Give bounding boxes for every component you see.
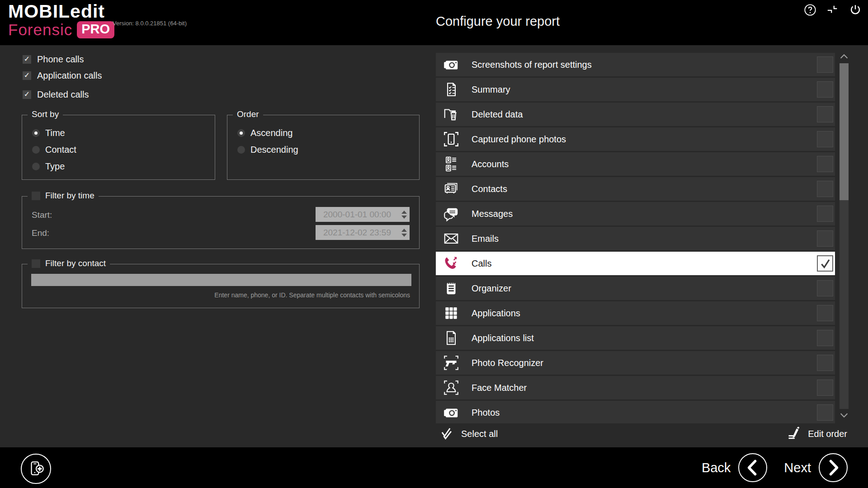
report-section-checkbox[interactable] xyxy=(817,206,833,222)
sort-time-radio[interactable] xyxy=(32,129,40,137)
next-label: Next xyxy=(784,460,811,475)
start-label: Start: xyxy=(32,210,52,220)
summary-report-icon xyxy=(443,81,460,98)
report-section-checkbox[interactable] xyxy=(817,255,833,272)
end-datetime-input[interactable]: 2021-12-02 23:59 xyxy=(316,225,410,240)
report-section-row[interactable]: Emails xyxy=(436,227,835,250)
order-descending-label: Descending xyxy=(250,145,298,155)
start-datetime-spinner[interactable] xyxy=(399,207,410,222)
filter-by-contact-legend: Filter by contact xyxy=(45,258,106,268)
report-section-checkbox[interactable] xyxy=(817,56,833,73)
report-section-row[interactable]: Deleted data xyxy=(436,103,835,126)
dock-window-icon[interactable] xyxy=(826,4,839,16)
power-icon[interactable] xyxy=(849,4,862,16)
report-section-checkbox[interactable] xyxy=(817,230,833,247)
sort-contact-label: Contact xyxy=(45,145,76,155)
logo-pro-badge: PRO xyxy=(77,21,114,39)
next-button[interactable] xyxy=(818,453,848,483)
report-section-row[interactable]: Contacts xyxy=(436,177,835,201)
report-section-label: Photos xyxy=(472,408,500,418)
phone-calls-checkbox[interactable] xyxy=(23,55,31,64)
filter-by-time-checkbox[interactable] xyxy=(32,192,40,200)
report-section-row[interactable]: Applications xyxy=(436,301,835,325)
wizard-navigation: Back Next xyxy=(702,447,848,488)
contact-filter-hint: Enter name, phone, or ID. Separate multi… xyxy=(214,291,410,299)
sort-type-radio[interactable] xyxy=(32,163,40,170)
phone-calls-option[interactable]: Phone calls xyxy=(23,54,84,65)
report-section-checkbox[interactable] xyxy=(817,305,833,321)
sort-contact-radio[interactable] xyxy=(32,146,40,154)
scrollbar-up-icon[interactable] xyxy=(839,52,849,61)
report-section-row[interactable]: Applications list xyxy=(436,326,835,350)
back-button[interactable] xyxy=(738,453,768,483)
spin-down-icon[interactable] xyxy=(401,234,407,237)
report-section-checkbox[interactable] xyxy=(817,81,833,98)
report-section-row[interactable]: Captured phone photos xyxy=(436,127,835,151)
contact-filter-input[interactable] xyxy=(31,274,411,286)
report-section-row[interactable]: Photos xyxy=(436,401,835,423)
edit-order-pencil-icon xyxy=(787,427,801,441)
report-section-label: Organizer xyxy=(472,283,511,294)
report-section-row[interactable]: Face Matcher xyxy=(436,376,835,399)
order-ascending-label: Ascending xyxy=(250,128,292,138)
report-section-row[interactable]: Photo Recognizer xyxy=(436,351,835,375)
report-section-checkbox[interactable] xyxy=(817,181,833,197)
accounts-icon xyxy=(443,155,460,173)
messages-icon xyxy=(443,205,460,222)
report-section-row[interactable]: Summary xyxy=(436,78,835,101)
add-device-button[interactable] xyxy=(21,454,51,484)
order-descending-radio[interactable] xyxy=(237,146,245,154)
order-ascending-option[interactable]: Ascending xyxy=(237,127,419,138)
end-datetime-spinner[interactable] xyxy=(399,225,410,240)
report-section-checkbox[interactable] xyxy=(817,106,833,122)
order-ascending-radio[interactable] xyxy=(237,129,245,137)
report-section-row[interactable]: Calls xyxy=(436,252,835,275)
captured-phone-icon xyxy=(443,131,460,148)
sort-time-option[interactable]: Time xyxy=(32,127,215,138)
application-calls-option[interactable]: Application calls xyxy=(23,70,102,81)
organizer-icon xyxy=(443,280,460,297)
report-section-checkbox[interactable] xyxy=(817,404,833,421)
filter-by-contact-group: Filter by contact Enter name, phone, or … xyxy=(22,264,420,308)
scrollbar-track[interactable] xyxy=(840,63,849,409)
edit-order-button[interactable]: Edit order xyxy=(787,427,847,441)
sort-type-option[interactable]: Type xyxy=(32,161,215,172)
report-section-label: Accounts xyxy=(472,159,509,169)
report-section-row[interactable]: Accounts xyxy=(436,152,835,176)
select-all-double-check-icon xyxy=(440,427,454,441)
report-section-checkbox[interactable] xyxy=(817,280,833,296)
app-logo: MOBILedit Forensic PRO xyxy=(8,1,114,39)
order-descending-option[interactable]: Descending xyxy=(237,144,419,155)
logo-forensic: Forensic xyxy=(8,21,72,39)
deleted-calls-option[interactable]: Deleted calls xyxy=(23,89,89,100)
filter-by-contact-checkbox[interactable] xyxy=(32,259,40,268)
scrollbar-thumb[interactable] xyxy=(840,63,849,200)
add-device-icon xyxy=(26,459,47,479)
report-section-checkbox[interactable] xyxy=(817,131,833,147)
photo-recognizer-icon xyxy=(443,354,460,371)
sort-contact-option[interactable]: Contact xyxy=(32,144,215,155)
applications-list-icon xyxy=(443,329,460,347)
report-section-row[interactable]: Messages xyxy=(436,202,835,225)
start-datetime-value: 2000-01-01 00:00 xyxy=(316,210,399,220)
photos-camera-icon xyxy=(443,404,460,421)
start-datetime-input[interactable]: 2000-01-01 00:00 xyxy=(316,207,410,222)
deleted-calls-checkbox[interactable] xyxy=(23,90,31,99)
report-section-checkbox[interactable] xyxy=(817,355,833,371)
spin-down-icon[interactable] xyxy=(401,216,407,219)
mobiledit-configure-report-window: MOBILedit Forensic PRO Version: 8.0.0.21… xyxy=(0,0,868,488)
report-section-row[interactable]: Screenshots of report settings xyxy=(436,53,835,76)
application-calls-checkbox[interactable] xyxy=(23,71,31,80)
report-sections-list: Screenshots of report settings Summary D… xyxy=(436,53,835,423)
spin-up-icon[interactable] xyxy=(401,229,407,232)
report-section-checkbox[interactable] xyxy=(817,330,833,346)
order-legend: Order xyxy=(237,109,259,119)
report-section-label: Screenshots of report settings xyxy=(472,60,592,70)
report-section-checkbox[interactable] xyxy=(817,156,833,172)
help-icon[interactable] xyxy=(804,4,816,16)
spin-up-icon[interactable] xyxy=(401,211,407,214)
report-section-row[interactable]: Organizer xyxy=(436,277,835,300)
report-section-checkbox[interactable] xyxy=(817,380,833,396)
select-all-button[interactable]: Select all xyxy=(440,427,498,441)
scrollbar-down-icon[interactable] xyxy=(839,410,849,420)
